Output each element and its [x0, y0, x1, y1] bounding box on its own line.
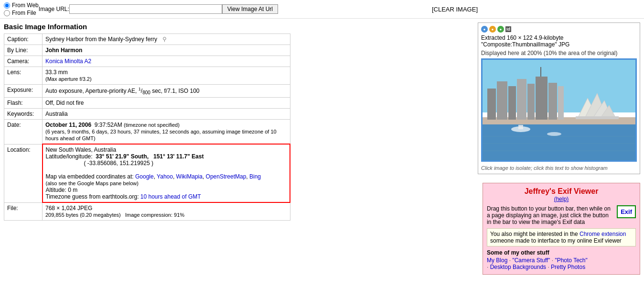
- clear-image-link[interactable]: [CLEAR IMAGE]: [432, 6, 478, 13]
- table-row: Lens: 33.3 mm (Max aperture f/3.2): [4, 67, 290, 85]
- thumbnail-image[interactable]: [483, 60, 635, 160]
- table-row: Caption: Sydney Harbor from the Manly-Sy…: [4, 34, 290, 45]
- thumbnail-icons: ● ● ● Id: [481, 26, 511, 33]
- image-url-label: Image URL:: [39, 6, 69, 12]
- right-column: ● ● ● Id Extracted 160 × 122 4.9-kilobyt…: [478, 22, 640, 275]
- exif-drag-row: Drag this button to your button bar, the…: [487, 205, 636, 225]
- exif-help-link[interactable]: (help): [487, 196, 636, 202]
- exif-chrome-link[interactable]: Chrome extension: [580, 231, 626, 237]
- link-pretty-photos[interactable]: Pretty Photos: [551, 264, 585, 270]
- circle-icon-3: ●: [497, 26, 504, 33]
- from-web-label: From Web: [12, 2, 39, 9]
- id-icon: Id: [505, 26, 511, 32]
- exposure-value: Auto exposure, Aperture-priority AE, 1/8…: [43, 85, 290, 98]
- svg-point-19: [547, 132, 561, 136]
- location-label: Location:: [4, 144, 43, 202]
- exposure-label: Exposure:: [4, 85, 43, 98]
- table-row: Keywords: Australia: [4, 109, 290, 120]
- keywords-value: Australia: [43, 109, 290, 120]
- byline-label: By Line:: [4, 45, 43, 56]
- thumbnail-image-wrapper[interactable]: [481, 58, 637, 162]
- lens-label: Lens:: [4, 67, 43, 85]
- caption-value: Sydney Harbor from the Manly-Sydney ferr…: [43, 34, 290, 45]
- date-label: Date:: [4, 120, 43, 145]
- timezone-link[interactable]: 10 hours ahead of GMT: [140, 193, 201, 200]
- svg-rect-1: [483, 122, 635, 160]
- file-value: 768 × 1,024 JPEG 209,855 bytes (0.20 meg…: [43, 202, 290, 221]
- link-camera-stuff[interactable]: "Camera Stuff": [512, 257, 550, 264]
- left-panel: Basic Image Information Caption: Sydney …: [4, 22, 478, 275]
- from-web-radio-input[interactable]: [4, 2, 10, 9]
- section-title: Basic Image Information: [4, 22, 478, 31]
- link-desktop-backgrounds[interactable]: Desktop Backgrounds: [490, 264, 546, 270]
- table-row: By Line: John Harmon: [4, 45, 290, 56]
- from-file-radio[interactable]: From File: [4, 10, 39, 16]
- caption-label: Caption:: [4, 34, 43, 45]
- thumbnail-header: ● ● ● Id Extracted 160 × 122 4.9-kilobyt…: [481, 26, 637, 48]
- camera-value: Konica Minolta A2: [43, 56, 290, 67]
- thumbnail-caption[interactable]: Click image to isolate; click this text …: [481, 165, 637, 171]
- from-web-radio[interactable]: From Web: [4, 2, 39, 9]
- svg-rect-3: [487, 89, 496, 120]
- svg-rect-6: [517, 79, 526, 120]
- flash-label: Flash:: [4, 98, 43, 109]
- camera-label: Camera:: [4, 56, 43, 67]
- svg-rect-8: [536, 77, 547, 120]
- exif-chrome-text2: someone made to interface to my online E…: [490, 237, 622, 244]
- location-value: New South Wales, Australia Latitude/long…: [43, 144, 290, 202]
- svg-rect-18: [518, 125, 523, 129]
- from-file-label: From File: [12, 10, 36, 16]
- flash-value: Off, Did not fire: [43, 98, 290, 109]
- exif-button[interactable]: Exif: [617, 205, 636, 218]
- svg-rect-5: [508, 86, 516, 120]
- exif-other-stuff: Some of my other stuff My Blog · "Camera…: [487, 249, 636, 270]
- exif-drag-text: Drag this button to your button bar, the…: [487, 205, 613, 225]
- source-radio-group: From Web From File: [4, 2, 39, 16]
- info-table: Caption: Sydney Harbor from the Manly-Sy…: [4, 33, 290, 221]
- svg-rect-4: [497, 81, 507, 120]
- exif-chrome-text: You also might be interested in the: [490, 231, 578, 237]
- view-image-button[interactable]: View Image At Url: [222, 4, 278, 14]
- main-layout: Basic Image Information Caption: Sydney …: [0, 19, 644, 279]
- lens-value: 33.3 mm (Max aperture f/3.2): [43, 67, 290, 85]
- camera-link[interactable]: Konica Minolta A2: [45, 58, 91, 65]
- image-url-input[interactable]: [69, 4, 222, 14]
- date-value: October 11, 2006 9:37:52AM (timezone not…: [43, 120, 290, 145]
- exif-links: My Blog · "Camera Stuff" · "Photo Tech" …: [487, 257, 636, 270]
- exif-other-title: Some of my other stuff: [487, 249, 636, 256]
- table-row: Date: October 11, 2006 9:37:52AM (timezo…: [4, 120, 290, 145]
- link-my-blog[interactable]: My Blog: [487, 257, 507, 264]
- thumbnail-display-info: Displayed here at 200% (10% the area of …: [481, 50, 637, 56]
- table-row: Flash: Off, Did not fire: [4, 98, 290, 109]
- map-openstreetmap-link[interactable]: OpenStreetMap: [206, 173, 247, 180]
- map-yahoo-link[interactable]: Yahoo: [157, 173, 173, 180]
- link-photo-tech[interactable]: "Photo Tech": [555, 257, 587, 264]
- exif-chrome-row: You also might be interested in the Chro…: [487, 228, 636, 246]
- svg-rect-7: [527, 84, 535, 120]
- location-row: Location: New South Wales, Australia Lat…: [4, 144, 290, 202]
- svg-rect-9: [548, 83, 557, 120]
- extracted-info: Extracted 160 × 122 4.9-kilobyte "Compos…: [481, 34, 637, 48]
- svg-rect-10: [558, 86, 564, 120]
- table-row: Camera: Konica Minolta A2: [4, 56, 290, 67]
- svg-rect-16: [576, 116, 619, 119]
- top-bar: From Web From File Image URL: View Image…: [0, 0, 644, 19]
- exif-panel: Jeffrey's Exif Viewer (help) Drag this b…: [483, 183, 640, 275]
- map-bing-link[interactable]: Bing: [249, 173, 261, 180]
- from-file-radio-input[interactable]: [4, 10, 10, 16]
- table-row: Exposure: Auto exposure, Aperture-priori…: [4, 85, 290, 98]
- circle-icon-1: ●: [481, 26, 488, 33]
- table-row: File: 768 × 1,024 JPEG 209,855 bytes (0.…: [4, 202, 290, 221]
- exif-title: Jeffrey's Exif Viewer: [487, 187, 636, 196]
- map-wikimapia-link[interactable]: WikiMapia: [176, 173, 203, 180]
- circle-icon-2: ●: [489, 26, 496, 33]
- map-google-link[interactable]: Google: [135, 173, 154, 180]
- thumbnail-section: ● ● ● Id Extracted 160 × 122 4.9-kilobyt…: [478, 22, 640, 174]
- byline-value: John Harmon: [43, 45, 290, 56]
- keywords-label: Keywords:: [4, 109, 43, 120]
- file-label: File:: [4, 202, 43, 221]
